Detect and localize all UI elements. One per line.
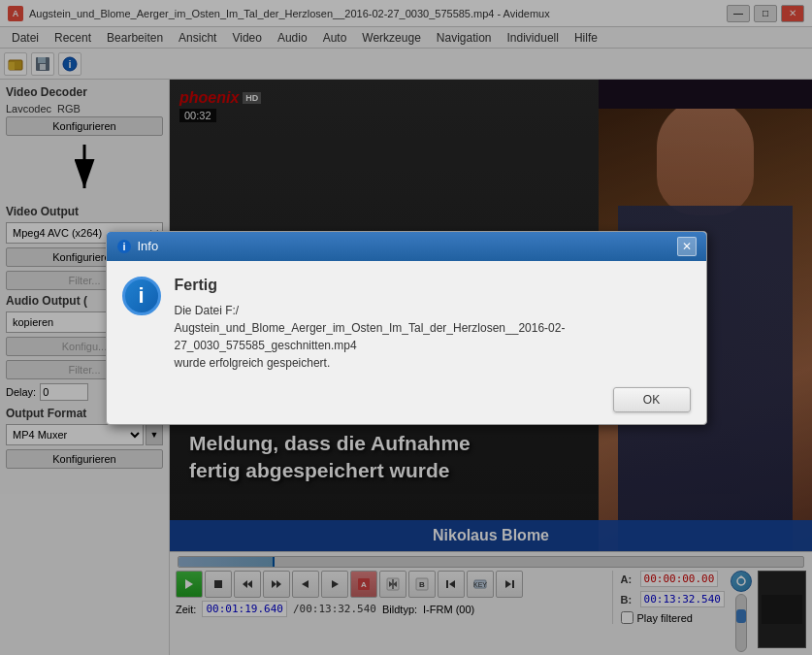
modal-info-icon: i	[116, 239, 132, 254]
modal-close-button[interactable]: ✕	[677, 237, 697, 256]
svg-text:i: i	[122, 241, 125, 252]
info-dialog: i Info ✕ i Fertig Die Datei F:/ Augstein…	[106, 231, 707, 425]
modal-ok-button[interactable]: OK	[613, 387, 691, 412]
modal-message-line3: wurde erfolgreich gespeichert.	[175, 356, 331, 370]
modal-titlebar-left: i Info	[116, 239, 159, 254]
modal-message-line2: Augstein_und_Blome_Aerger_im_Osten_Im_Ta…	[175, 321, 566, 352]
modal-overlay: i Info ✕ i Fertig Die Datei F:/ Augstein…	[0, 0, 812, 655]
modal-body: i Fertig Die Datei F:/ Augstein_und_Blom…	[107, 261, 706, 379]
modal-message: Die Datei F:/ Augstein_und_Blome_Aerger_…	[175, 302, 691, 372]
modal-icon-circle: i	[122, 277, 161, 315]
modal-fertig-heading: Fertig	[175, 277, 691, 294]
modal-message-line1: Die Datei F:/	[175, 304, 240, 317]
modal-title: Info	[138, 239, 159, 253]
modal-titlebar: i Info ✕	[107, 232, 706, 261]
modal-content: Fertig Die Datei F:/ Augstein_und_Blome_…	[175, 277, 691, 372]
modal-footer: OK	[107, 379, 706, 424]
